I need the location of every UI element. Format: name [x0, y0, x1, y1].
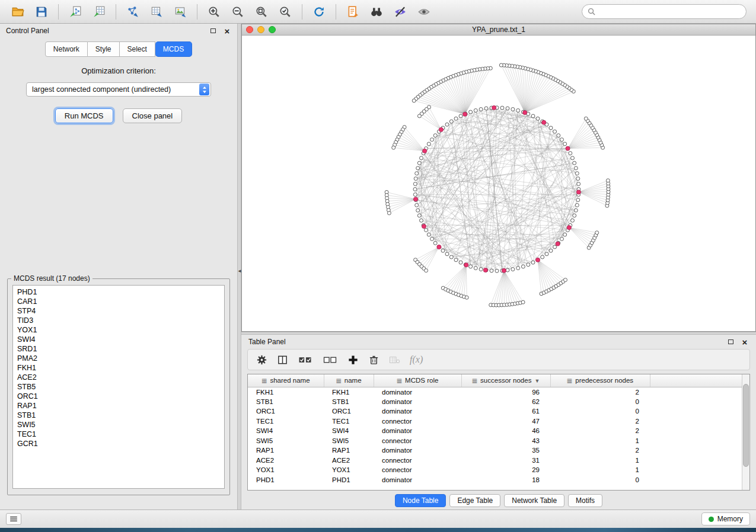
float-table-panel-button[interactable]: [726, 338, 735, 346]
import-network-button[interactable]: [65, 2, 86, 21]
add-column-button[interactable]: [347, 354, 359, 366]
toolbar-separator: [336, 4, 336, 20]
column-header-MCDS-role[interactable]: ▦MCDS role: [374, 374, 461, 387]
check-all-icon: [298, 354, 313, 366]
column-attribute-icon: ▦: [397, 377, 402, 384]
mcds-result-item[interactable]: SWI4: [13, 335, 224, 344]
export-network-icon: [126, 5, 139, 18]
show-all-button[interactable]: [413, 2, 435, 21]
mcds-result-item[interactable]: YOX1: [13, 325, 224, 335]
search-network-button[interactable]: [366, 2, 387, 21]
mcds-result-item[interactable]: TID3: [13, 316, 224, 325]
export-image-button[interactable]: [170, 2, 191, 21]
mcds-result-item[interactable]: TEC1: [13, 430, 224, 439]
table-row[interactable]: SWI5SWI5connector431: [248, 436, 742, 446]
mcds-result-item[interactable]: STP4: [13, 306, 224, 316]
table-cell: 47: [461, 416, 550, 427]
select-all-rows-button[interactable]: [298, 354, 313, 366]
minimize-window-icon[interactable]: [257, 26, 264, 33]
network-canvas[interactable]: [242, 36, 755, 331]
table-cell: 2: [550, 446, 650, 456]
open-session-button[interactable]: [7, 2, 28, 21]
column-header-predecessor-nodes[interactable]: ▦predecessor nodes: [550, 374, 650, 387]
search-box[interactable]: [582, 4, 747, 19]
criterion-select[interactable]: largest connected component (undirected): [26, 82, 211, 97]
table-cell-filler: [650, 446, 742, 456]
export-network-button[interactable]: [122, 2, 143, 21]
table-cell-filler: [650, 397, 742, 407]
mcds-result-item[interactable]: SWI5: [13, 420, 224, 430]
table-row[interactable]: SWI4SWI4dominator462: [248, 426, 742, 436]
table-cell: 18: [461, 475, 550, 485]
vertical-splitter[interactable]: ◄: [237, 24, 241, 509]
network-graph[interactable]: [242, 36, 755, 331]
deselect-all-rows-button[interactable]: [323, 354, 338, 366]
close-panel-button[interactable]: Close panel: [123, 108, 183, 123]
mcds-result-item[interactable]: SRD1: [13, 344, 224, 354]
hide-selected-button[interactable]: [390, 2, 411, 21]
table-header-row: ▦shared name▦name▦MCDS role▦successor no…: [248, 374, 742, 387]
tab-style[interactable]: Style: [88, 41, 120, 57]
tab-network[interactable]: Network: [45, 41, 88, 57]
mcds-result-item[interactable]: GCR1: [13, 439, 224, 448]
zoom-in-button[interactable]: [203, 2, 225, 21]
table-row[interactable]: FKH1FKH1dominator962: [248, 387, 742, 397]
table-row[interactable]: YOX1YOX1connector291: [248, 465, 742, 475]
column-attribute-icon: ▦: [567, 377, 572, 384]
tab-edge-table[interactable]: Edge Table: [449, 494, 500, 507]
zoom-selected-button[interactable]: [275, 2, 296, 21]
table-row[interactable]: ORC1ORC1dominator610: [248, 406, 742, 416]
export-table-button[interactable]: [146, 2, 167, 21]
run-mcds-button[interactable]: Run MCDS: [55, 108, 113, 123]
tab-node-table[interactable]: Node Table: [395, 494, 446, 507]
table-row[interactable]: PHD1PHD1dominator180: [248, 475, 742, 485]
mcds-result-item[interactable]: PMA2: [13, 354, 224, 363]
mcds-result-item[interactable]: STB5: [13, 382, 224, 392]
mcds-result-item[interactable]: ACE2: [13, 373, 224, 382]
search-input[interactable]: [599, 8, 741, 16]
mcds-result-item[interactable]: STB1: [13, 411, 224, 420]
float-panel-button[interactable]: [209, 27, 217, 35]
network-window-titlebar[interactable]: YPA_prune.txt_1: [242, 24, 755, 36]
refresh-network-button[interactable]: [308, 2, 330, 21]
table-row[interactable]: ACE2ACE2connector311: [248, 456, 742, 466]
panels-menu-button[interactable]: [6, 513, 21, 525]
tab-network-table[interactable]: Network Table: [504, 494, 564, 507]
mcds-results-list[interactable]: PHD1CAR1STP4TID3YOX1SWI4SRD1PMA2FKH1ACE2…: [12, 285, 225, 489]
mcds-result-item[interactable]: CAR1: [13, 297, 224, 306]
table-row[interactable]: RAP1RAP1dominator352: [248, 446, 742, 456]
column-header-successor-nodes[interactable]: ▦successor nodes▼: [461, 374, 550, 387]
close-window-icon[interactable]: [246, 26, 253, 33]
delete-column-button[interactable]: [368, 354, 379, 366]
import-table-button[interactable]: [88, 2, 110, 21]
mcds-result-item[interactable]: RAP1: [13, 401, 224, 411]
table-settings-button[interactable]: [256, 354, 267, 366]
scrollbar-thumb[interactable]: [743, 384, 749, 467]
table-cell: connector: [374, 456, 461, 466]
toggle-columns-button[interactable]: [277, 354, 288, 366]
maximize-window-icon[interactable]: [269, 26, 276, 33]
column-label: successor nodes: [480, 377, 531, 384]
mcds-result-item[interactable]: FKH1: [13, 363, 224, 373]
table-row[interactable]: TEC1TEC1connector472: [248, 416, 742, 427]
memory-button[interactable]: Memory: [701, 512, 750, 525]
table-cell: 46: [461, 426, 550, 436]
delete-table-button[interactable]: [389, 354, 400, 366]
close-control-panel-button[interactable]: ×: [223, 27, 231, 35]
column-header-shared-name[interactable]: ▦shared name: [248, 374, 324, 387]
tab-mcds[interactable]: MCDS: [155, 41, 192, 57]
tab-select[interactable]: Select: [120, 41, 155, 57]
export-document-button[interactable]: [342, 2, 363, 21]
collapse-panel-handle-icon[interactable]: ◄: [237, 269, 242, 274]
function-builder-button[interactable]: f(x): [410, 354, 423, 365]
close-table-panel-button[interactable]: ×: [741, 338, 749, 346]
zoom-fit-button[interactable]: [251, 2, 272, 21]
column-header-name[interactable]: ▦name: [324, 374, 374, 387]
mcds-result-item[interactable]: PHD1: [13, 287, 224, 297]
save-session-button[interactable]: [31, 2, 52, 21]
table-row[interactable]: STB1STB1dominator620: [248, 397, 742, 407]
mcds-result-item[interactable]: ORC1: [13, 392, 224, 401]
tab-motifs[interactable]: Motifs: [568, 494, 602, 507]
zoom-out-button[interactable]: [227, 2, 248, 21]
table-scrollbar[interactable]: [742, 374, 749, 490]
